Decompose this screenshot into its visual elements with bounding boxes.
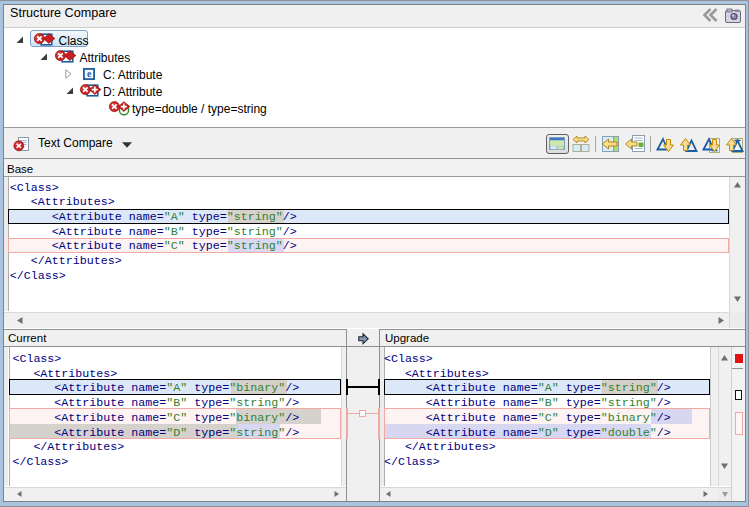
svg-text:e: e: [86, 69, 90, 79]
